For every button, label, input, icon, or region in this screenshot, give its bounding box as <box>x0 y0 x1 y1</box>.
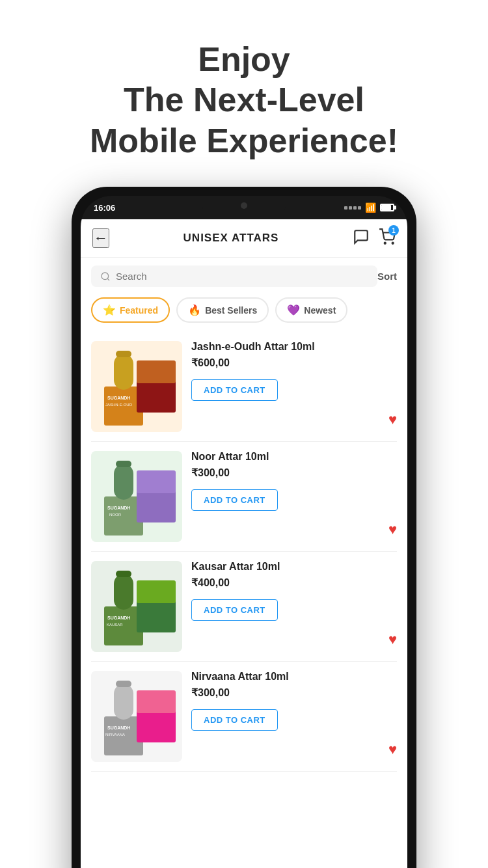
product-name-1: Jashn-e-Oudh Attar 10ml <box>191 341 397 353</box>
svg-rect-23 <box>116 571 131 577</box>
cart-button[interactable]: 1 <box>379 228 396 248</box>
signal-icon <box>344 206 361 210</box>
add-to-cart-button-3[interactable]: ADD TO CART <box>191 599 278 621</box>
newest-icon: 💜 <box>287 304 300 316</box>
featured-label: Featured <box>120 305 158 316</box>
svg-text:NIRVAANA: NIRVAANA <box>105 733 125 737</box>
svg-text:JASHN-E-OUD: JASHN-E-OUD <box>105 403 133 407</box>
svg-text:KAUSAR: KAUSAR <box>107 623 123 627</box>
svg-text:SUGANDH: SUGANDH <box>107 396 130 400</box>
svg-line-3 <box>107 278 109 280</box>
search-bar[interactable] <box>91 265 377 287</box>
add-to-cart-button-2[interactable]: ADD TO CART <box>191 489 278 511</box>
chat-button[interactable] <box>353 228 370 248</box>
svg-rect-7 <box>116 351 131 357</box>
svg-rect-17 <box>137 470 176 493</box>
product-illustration-4: SUGANDH NIRVAANA <box>91 671 182 762</box>
cart-badge: 1 <box>388 225 399 236</box>
app-header: ← UNISEX ATTARS 1 <box>81 219 407 258</box>
product-price-3: ₹400,00 <box>191 576 397 589</box>
hero-section: Enjoy The Next-Level Mobile Experience! <box>64 0 424 187</box>
status-right-icons: 📶 <box>344 202 394 213</box>
status-bar: 16:06 📶 <box>81 196 407 219</box>
add-to-cart-button-4[interactable]: ADD TO CART <box>191 709 278 731</box>
product-name-2: Noor Attar 10ml <box>191 451 397 463</box>
product-price-4: ₹300,00 <box>191 686 397 699</box>
product-info-3: Kausar Attar 10ml ₹400,00 ADD TO CART <box>182 561 397 621</box>
hero-line2: The Next-Level <box>124 81 364 118</box>
app-title: UNISEX ATTARS <box>183 232 279 245</box>
add-to-cart-button-1[interactable]: ADD TO CART <box>191 379 278 401</box>
featured-icon: ⭐ <box>103 304 116 316</box>
svg-rect-24 <box>137 600 176 632</box>
product-name-4: Nirvaana Attar 10ml <box>191 671 397 683</box>
header-icons: 1 <box>353 228 396 248</box>
filter-featured[interactable]: ⭐ Featured <box>91 297 170 323</box>
bestsellers-label: Best Sellers <box>205 305 257 316</box>
search-input[interactable] <box>116 271 368 282</box>
wifi-icon: 📶 <box>365 202 376 213</box>
product-card: SUGANDH JASHN-E-OUD Jashn-e-Oudh Attar 1… <box>91 332 397 442</box>
product-card-3: SUGANDH KAUSAR Kausar Attar 10ml ₹400,00… <box>91 552 397 662</box>
sort-button[interactable]: Sort <box>377 271 397 282</box>
wishlist-button-3[interactable]: ♥ <box>388 631 397 648</box>
hero-line3: Mobile Experience! <box>90 122 398 159</box>
wishlist-button-4[interactable]: ♥ <box>388 741 397 758</box>
filter-newest[interactable]: 💜 Newest <box>275 297 347 323</box>
app-screen: ← UNISEX ATTARS 1 <box>81 219 407 868</box>
back-button[interactable]: ← <box>92 228 109 248</box>
product-illustration-3: SUGANDH KAUSAR <box>91 561 182 652</box>
product-name-3: Kausar Attar 10ml <box>191 561 397 573</box>
svg-text:SUGANDH: SUGANDH <box>107 506 130 510</box>
product-price-1: ₹600,00 <box>191 357 397 369</box>
product-illustration-1: SUGANDH JASHN-E-OUD <box>91 341 182 432</box>
product-card-4: SUGANDH NIRVAANA Nirvaana Attar 10ml ₹30… <box>91 662 397 772</box>
search-row: Sort <box>81 258 407 295</box>
product-image-1: SUGANDH JASHN-E-OUD <box>91 341 182 432</box>
filter-chips: ⭐ Featured 🔥 Best Sellers 💜 Newest <box>81 295 407 332</box>
svg-rect-22 <box>114 574 133 610</box>
svg-rect-33 <box>137 690 176 713</box>
svg-rect-25 <box>137 580 176 603</box>
status-time: 16:06 <box>94 203 115 213</box>
product-info-1: Jashn-e-Oudh Attar 10ml ₹600,00 ADD TO C… <box>182 341 397 401</box>
product-info-4: Nirvaana Attar 10ml ₹300,00 ADD TO CART <box>182 671 397 731</box>
product-image-4: SUGANDH NIRVAANA <box>91 671 182 762</box>
svg-rect-9 <box>137 360 176 383</box>
search-icon <box>100 271 111 282</box>
svg-rect-8 <box>137 380 176 413</box>
bestsellers-icon: 🔥 <box>188 304 201 316</box>
svg-rect-31 <box>116 681 131 687</box>
svg-point-2 <box>102 273 109 280</box>
svg-rect-16 <box>137 490 176 522</box>
phone-mockup: 16:06 📶 ← UNISEX <box>72 187 416 868</box>
product-illustration-2: SUGANDH NOOR <box>91 451 182 542</box>
svg-rect-14 <box>114 464 133 500</box>
notch <box>202 196 286 215</box>
svg-point-1 <box>392 243 394 244</box>
camera-dot <box>241 202 247 209</box>
svg-rect-32 <box>137 710 176 742</box>
battery-icon <box>380 204 394 211</box>
product-info-2: Noor Attar 10ml ₹300,00 ADD TO CART <box>182 451 397 511</box>
newest-label: Newest <box>304 305 336 316</box>
product-image-2: SUGANDH NOOR <box>91 451 182 542</box>
svg-text:SUGANDH: SUGANDH <box>107 616 130 620</box>
product-card-2: SUGANDH NOOR Noor Attar 10ml ₹300,00 ADD… <box>91 442 397 552</box>
hero-line1: Enjoy <box>198 40 290 78</box>
svg-rect-6 <box>114 354 133 390</box>
svg-point-0 <box>385 243 386 244</box>
svg-text:SUGANDH: SUGANDH <box>107 726 130 730</box>
wishlist-button-2[interactable]: ♥ <box>388 521 397 538</box>
product-list: SUGANDH JASHN-E-OUD Jashn-e-Oudh Attar 1… <box>81 332 407 772</box>
product-price-2: ₹300,00 <box>191 467 397 479</box>
phone-border: 16:06 📶 ← UNISEX <box>81 196 407 868</box>
product-image-3: SUGANDH KAUSAR <box>91 561 182 652</box>
wishlist-button-1[interactable]: ♥ <box>388 411 397 428</box>
svg-rect-30 <box>114 684 133 720</box>
filter-bestsellers[interactable]: 🔥 Best Sellers <box>176 297 269 323</box>
svg-rect-15 <box>116 461 131 467</box>
svg-text:NOOR: NOOR <box>109 513 122 517</box>
